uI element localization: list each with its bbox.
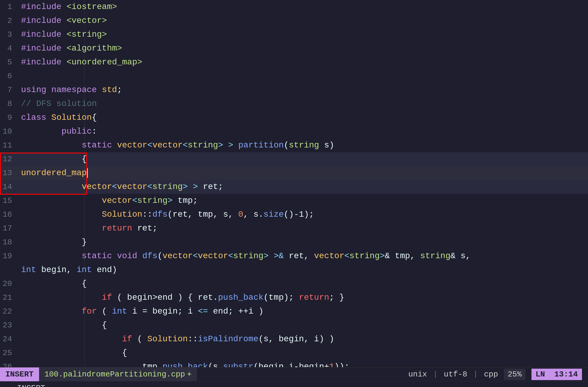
line-number: 11 bbox=[0, 138, 18, 152]
code-line: 25 { bbox=[0, 346, 588, 360]
filetype: cpp bbox=[484, 370, 498, 379]
code-line: int begin, int end) bbox=[0, 263, 588, 277]
line-text bbox=[18, 69, 588, 83]
line-text: class Solution{ bbox=[18, 111, 588, 125]
line-text: { bbox=[18, 152, 588, 166]
line-number: 20 bbox=[0, 277, 18, 291]
line-number: 9 bbox=[0, 111, 18, 125]
vim-cmdline: -- INSERT -- bbox=[0, 381, 588, 387]
text-cursor bbox=[87, 168, 88, 178]
line-number: 1 bbox=[0, 0, 18, 14]
line-number-cont bbox=[0, 263, 18, 277]
code-line: 15 vector<string> tmp; bbox=[0, 194, 588, 208]
code-line: 19 static void dfs(vector<vector<string>… bbox=[0, 249, 588, 263]
code-line: 18 } bbox=[0, 235, 588, 249]
code-line: 20 { bbox=[0, 277, 588, 291]
line-number: 10 bbox=[0, 125, 18, 138]
line-text: Solution::dfs(ret, tmp, s, 0, s.size()-1… bbox=[18, 208, 588, 221]
filename: 100.palindromePartitioning.cpp + bbox=[39, 367, 197, 381]
line-number: 12 bbox=[0, 152, 18, 166]
code-line: 5#include <unordered_map> bbox=[0, 55, 588, 69]
line-text: return ret; bbox=[18, 221, 588, 235]
line-number: 22 bbox=[0, 305, 18, 318]
line-number: 17 bbox=[0, 221, 18, 235]
line-text: int begin, int end) bbox=[18, 263, 588, 277]
line-number: 23 bbox=[0, 318, 18, 332]
os-info: unix bbox=[408, 370, 427, 379]
line-text: public: bbox=[18, 125, 588, 138]
line-text: { bbox=[18, 277, 588, 291]
line-number: 25 bbox=[0, 346, 18, 360]
line-text: unordered_map bbox=[18, 166, 588, 180]
line-text: if ( Solution::isPalindrome(s, begin, i)… bbox=[18, 332, 588, 346]
line-text: tmp.push_back(s.substr(begin,i-begin+1))… bbox=[18, 360, 588, 367]
line-number: 2 bbox=[0, 14, 18, 28]
line-number: 6 bbox=[0, 69, 18, 83]
code-line: 14 vector<vector<string> > ret; bbox=[0, 180, 588, 194]
line-number: 3 bbox=[0, 28, 18, 42]
line-text: } bbox=[18, 235, 588, 249]
code-line: 23 { bbox=[0, 318, 588, 332]
line-position: LN 13:14 bbox=[531, 369, 582, 380]
line-number: 4 bbox=[0, 42, 18, 55]
line-text: vector<string> tmp; bbox=[18, 194, 588, 208]
line-number: 5 bbox=[0, 55, 18, 69]
status-right: unix | utf-8 | cpp 25% LN 13:14 bbox=[408, 369, 588, 380]
line-text: using namespace std; bbox=[18, 83, 588, 97]
line-text: #include <algorithm> bbox=[18, 42, 588, 55]
modified-indicator: + bbox=[187, 370, 192, 379]
line-text: #include <vector> bbox=[18, 14, 588, 28]
line-text: #include <iostream> bbox=[18, 0, 588, 14]
status-bar: INSERT 100.palindromePartitioning.cpp + … bbox=[0, 367, 588, 381]
filename-text: 100.palindromePartitioning.cpp bbox=[44, 370, 185, 379]
line-text: static void dfs(vector<vector<string> >&… bbox=[18, 249, 588, 263]
line-text: { bbox=[18, 346, 588, 360]
line-number: 26 bbox=[0, 360, 18, 367]
code-line: 10 public: bbox=[0, 125, 588, 138]
code-line: 16 Solution::dfs(ret, tmp, s, 0, s.size(… bbox=[0, 208, 588, 221]
code-line: 3#include <string> bbox=[0, 28, 588, 42]
scroll-percent: 25% bbox=[504, 369, 525, 380]
code-line: 9class Solution{ bbox=[0, 111, 588, 125]
insert-mode-label: -- INSERT -- bbox=[3, 384, 59, 387]
line-text: if ( begin>end ) { ret.push_back(tmp); r… bbox=[18, 291, 588, 305]
line-number: 16 bbox=[0, 208, 18, 221]
mode-indicator: INSERT bbox=[0, 367, 39, 381]
code-line: 24 if ( Solution::isPalindrome(s, begin,… bbox=[0, 332, 588, 346]
line-number: 14 bbox=[0, 180, 18, 194]
code-editor[interactable]: 1#include <iostream>2#include <vector>3#… bbox=[0, 0, 588, 367]
line-text: // DFS solution bbox=[18, 97, 588, 111]
code-line: 6 bbox=[0, 69, 588, 83]
line-text: #include <string> bbox=[18, 28, 588, 42]
code-line: 12 { bbox=[0, 152, 588, 166]
code-line: 21 if ( begin>end ) { ret.push_back(tmp)… bbox=[0, 291, 588, 305]
line-text: for ( int i = begin; i <= end; ++i ) bbox=[18, 305, 588, 318]
code-line: 11 static vector<vector<string> > partit… bbox=[0, 138, 588, 152]
line-number: 21 bbox=[0, 291, 18, 305]
code-line: 1#include <iostream> bbox=[0, 0, 588, 14]
code-line: 4#include <algorithm> bbox=[0, 42, 588, 55]
line-number: 8 bbox=[0, 97, 18, 111]
code-line: 22 for ( int i = begin; i <= end; ++i ) bbox=[0, 305, 588, 318]
line-text: #include <unordered_map> bbox=[18, 55, 588, 69]
code-line: 8// DFS solution bbox=[0, 97, 588, 111]
code-line: 2#include <vector> bbox=[0, 14, 588, 28]
line-text: static vector<vector<string> > partition… bbox=[18, 138, 588, 152]
code-line: 13unordered_map bbox=[0, 166, 588, 180]
line-number: 18 bbox=[0, 235, 18, 249]
line-number: 19 bbox=[0, 249, 18, 263]
code-line: 7using namespace std; bbox=[0, 83, 588, 97]
code-content: 1#include <iostream>2#include <vector>3#… bbox=[0, 0, 588, 367]
encoding: utf-8 bbox=[444, 370, 467, 379]
line-number: 24 bbox=[0, 332, 18, 346]
line-number: 7 bbox=[0, 83, 18, 97]
line-number: 13 bbox=[0, 166, 18, 180]
line-number: 15 bbox=[0, 194, 18, 208]
code-line: 17 return ret; bbox=[0, 221, 588, 235]
line-text: vector<vector<string> > ret; bbox=[18, 180, 588, 194]
line-text: { bbox=[18, 318, 588, 332]
code-line: 26 tmp.push_back(s.substr(begin,i-begin+… bbox=[0, 360, 588, 367]
